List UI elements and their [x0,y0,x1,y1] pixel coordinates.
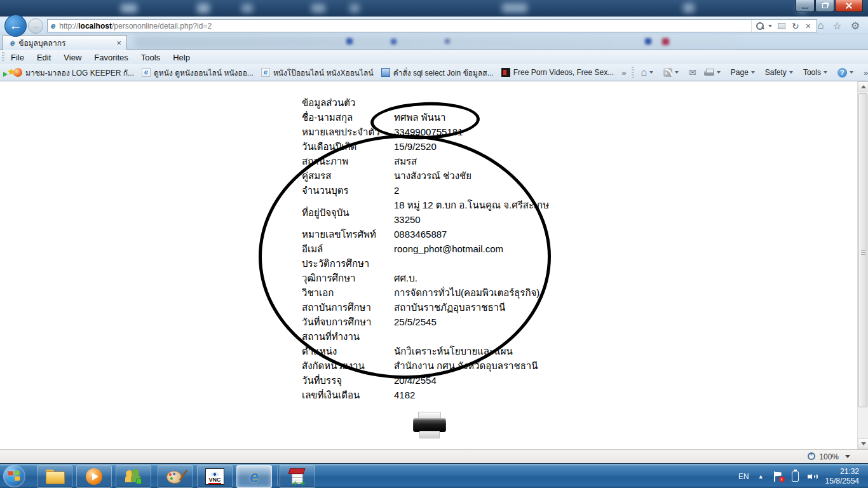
favorite-link-sql[interactable]: คำสั่ง sql select Join ข้อมูลส... [377,65,498,80]
status-bar: 100% [0,449,868,463]
search-icon[interactable] [756,22,764,30]
page-menu-button[interactable]: Page [727,68,761,77]
tab-close-icon[interactable]: × [115,38,123,48]
taskbar-vnc-button[interactable]: VNC [197,465,233,488]
command-bar: ⌂ ✉ Page Safety Tools ? » [630,64,868,81]
battery-icon[interactable] [792,471,799,482]
tab-title: ข้อมูลบุคลากร [18,37,115,49]
language-indicator[interactable]: EN [738,472,749,481]
stop-icon[interactable]: × [806,21,811,31]
editor-icon [289,468,306,485]
favorite-label: มาชม-มาลอง LOG KEEPER กั... [25,67,134,79]
arrow-down-icon [861,442,866,445]
favorite-link-videos[interactable]: Free Porn Videos, Free Sex... [498,67,618,78]
restore-icon [822,3,828,8]
printer-icon [704,69,714,77]
safety-menu-button[interactable]: Safety [761,68,799,77]
forward-button[interactable]: → [28,18,43,34]
help-button[interactable]: ? [834,68,860,78]
tray-time: 21:32 [825,467,859,477]
menu-help[interactable]: Help [166,51,196,64]
window-titlebar[interactable] [0,0,868,17]
vertical-scrollbar[interactable] [857,81,868,449]
read-mail-button[interactable]: ✉ [685,67,700,78]
taskbar-messenger-button[interactable] [116,465,151,488]
system-tray: EN ▲ × 21:32 15/8/2554 [738,464,868,488]
clock[interactable]: 21:32 15/8/2554 [825,467,868,486]
taskbar-explorer-button[interactable] [37,465,72,488]
minimize-button[interactable] [796,0,815,12]
refresh-icon[interactable]: ↻ [792,21,799,31]
chevron-down-icon [824,71,827,74]
favorites-star-icon[interactable]: ☆ [832,20,841,32]
zoom-control[interactable]: 100% [807,452,868,461]
address-input[interactable]: e http://localhost/persononline/detail.p… [47,19,817,32]
paint-icon [166,469,184,484]
favorite-label: Free Porn Videos, Free Sex... [513,68,614,77]
blurred-dot [662,38,669,45]
feeds-button[interactable] [660,68,685,77]
favorite-label: หนังโป๊ออนไลน์ หนังXออนไลน์ [273,67,374,79]
taskbar-editor-button[interactable] [280,465,315,488]
section-title: ข้อมูลส่วนตัว [302,95,394,110]
address-bar-row: ← → e http://localhost/persononline/deta… [0,17,868,34]
safety-menu-label: Safety [765,68,787,77]
favorites-overflow-chevron[interactable]: » [618,68,630,78]
close-button[interactable] [835,0,863,12]
restore-button[interactable] [815,0,834,12]
taskbar-ie-button-active[interactable]: e [236,465,272,488]
ie-tab-icon: e [10,38,15,48]
menu-file[interactable]: File [4,51,31,64]
taskbar-paint-button[interactable] [158,465,193,488]
print-button[interactable] [700,69,727,77]
favorite-link-logkeeper[interactable]: มาชม-มาลอง LOG KEEPER กั... [10,65,138,80]
action-center-flag-icon[interactable]: × [774,471,783,482]
back-button[interactable]: ← [4,15,27,37]
annotation-circle-details [259,135,551,379]
help-icon: ? [837,68,847,78]
favorite-link-movies2[interactable]: หนังโป๊ออนไลน์ หนังXออนไลน์ [257,65,377,80]
printer-paper-bottom [419,431,440,438]
scroll-down-button[interactable] [858,438,868,449]
detail-row-salary-number: เลขที่เงินเดือน4182 [302,388,556,402]
scrollbar-thumb[interactable] [858,93,867,407]
zoom-dropdown-icon[interactable] [845,455,850,458]
close-icon [845,2,853,10]
favorite-link-movies[interactable]: ดูหนัง ดูหนังออนไลน์ หนังออ... [138,65,257,80]
tab-personnel-data[interactable]: e ข้อมูลบุคลากร × [3,35,127,50]
tools-menu-button[interactable]: Tools [799,68,834,77]
settings-gear-icon[interactable]: ⚙ [851,20,860,32]
menu-favorites[interactable]: Favorites [88,51,134,64]
blurred-dot [391,39,397,44]
menu-tools[interactable]: Tools [135,51,166,64]
menu-view[interactable]: View [57,51,88,64]
compatibility-view-icon[interactable] [778,23,785,29]
show-hidden-icons-button[interactable]: ▲ [758,473,764,480]
chevron-down-icon [675,71,679,74]
search-dropdown-icon[interactable] [768,25,772,27]
media-player-icon [86,468,102,485]
arrow-up-icon [861,85,866,88]
printer-body [413,418,446,432]
chevron-down-icon [850,71,853,74]
home-icon[interactable]: ⌂ [818,20,824,31]
scroll-up-button[interactable] [858,81,868,92]
folder-icon [46,470,64,484]
menu-edit[interactable]: Edit [31,51,57,64]
windows-taskbar: VNC e EN ▲ × 21:32 15/8/2554 [0,463,868,488]
zoom-level: 100% [819,452,839,461]
taskbar-media-player-button[interactable] [76,465,112,488]
ie-page-icon: e [51,21,55,30]
home-button[interactable]: ⌂ [637,67,660,78]
messenger-icon [125,469,142,484]
vnc-icon: VNC [205,468,224,485]
print-page-icon[interactable] [413,412,446,440]
zoom-magnifier-icon [807,452,817,461]
chevron-down-icon [649,71,653,74]
command-bar-overflow-chevron[interactable]: » [860,68,868,78]
blurred-title-text [241,4,253,13]
favorites-bar: ★ มาชม-มาลอง LOG KEEPER กั... ดูหนัง ดูห… [0,64,868,81]
start-button[interactable] [3,465,25,487]
volume-icon[interactable] [808,471,818,482]
tray-date: 15/8/2554 [825,477,859,486]
